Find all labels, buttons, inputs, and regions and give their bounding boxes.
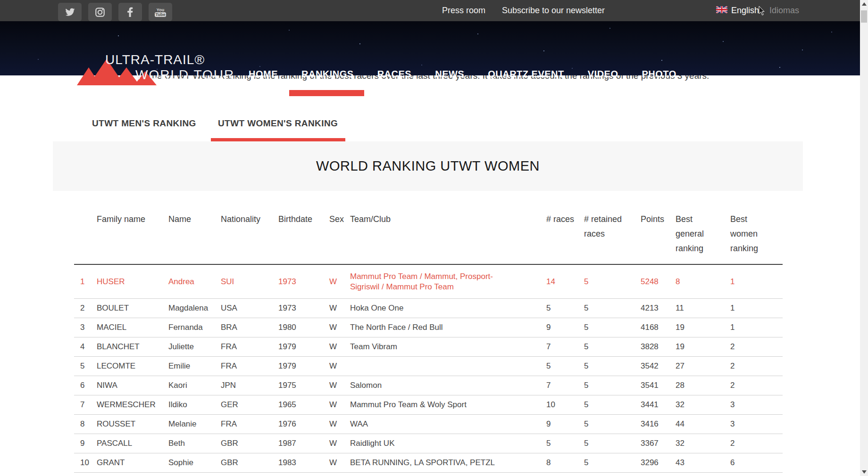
uk-flag-icon bbox=[716, 6, 727, 15]
press-room-link[interactable]: Press room bbox=[442, 6, 485, 16]
language-selector[interactable]: Idiomas bbox=[769, 6, 799, 16]
cell-best_general: 11 bbox=[676, 299, 730, 318]
table-row[interactable]: 5LECOMTEEmilieFRA1979W553542272 bbox=[74, 357, 783, 376]
nav-item-photo[interactable]: PHOTO bbox=[642, 69, 676, 80]
cell-points: 3541 bbox=[641, 376, 676, 395]
cell-name: Sophie bbox=[168, 453, 221, 473]
cell-family: MACIEL bbox=[97, 318, 168, 337]
cell-rank: 6 bbox=[74, 376, 97, 395]
cell-sex: W bbox=[329, 318, 350, 337]
nav-item-video[interactable]: VIDEO bbox=[588, 69, 618, 80]
cell-birth: 1980 bbox=[278, 318, 329, 337]
cell-best_women: 3 bbox=[730, 395, 783, 415]
table-row[interactable]: 8ROUSSETMelanieFRA1976WWAA953416443 bbox=[74, 415, 783, 434]
table-row[interactable]: 4BLANCHETJulietteFRA1979WTeam Vibram7538… bbox=[74, 337, 783, 357]
scrollbar[interactable] bbox=[860, 0, 868, 476]
topbar-newsletter-nav: Subscribe to our newsletter bbox=[502, 0, 605, 21]
cell-name: Fernanda bbox=[168, 318, 221, 337]
scrollbar-up-button[interactable] bbox=[860, 0, 868, 8]
header-family-name: Family name bbox=[97, 207, 168, 264]
cell-points: 3441 bbox=[641, 395, 676, 415]
scroll-down-icon bbox=[862, 470, 867, 474]
cell-races: 9 bbox=[546, 415, 584, 434]
cell-rank: 2 bbox=[74, 299, 97, 318]
cell-points: 3367 bbox=[641, 434, 676, 453]
cell-points: 4213 bbox=[641, 299, 676, 318]
header-nationality: Nationality bbox=[221, 207, 278, 264]
cell-retained: 5 bbox=[584, 299, 641, 318]
table-row[interactable]: 2BOULETMagdalenaUSA1973WHoka One One5542… bbox=[74, 299, 783, 318]
cell-sex: W bbox=[329, 357, 350, 376]
youtube-button[interactable]: You Tube bbox=[149, 3, 172, 21]
cell-races: 7 bbox=[546, 337, 584, 357]
language-current[interactable]: English bbox=[731, 6, 759, 16]
cell-rank: 5 bbox=[74, 357, 97, 376]
cell-races: 9 bbox=[546, 318, 584, 337]
page: The UTWT World Ranking is the ranking of… bbox=[0, 0, 868, 476]
cell-best_women: 1 bbox=[730, 299, 783, 318]
cell-retained: 5 bbox=[584, 318, 641, 337]
cell-sex: W bbox=[329, 376, 350, 395]
subscribe-newsletter-link[interactable]: Subscribe to our newsletter bbox=[502, 6, 605, 16]
nav-item-quartz-event[interactable]: QUARTZ EVENT bbox=[488, 69, 564, 80]
cell-retained: 5 bbox=[584, 395, 641, 415]
cell-best_women: 2 bbox=[730, 376, 783, 395]
nav-item-news[interactable]: NEWS bbox=[435, 69, 464, 80]
active-nav-underline bbox=[289, 90, 364, 96]
language-switcher: English Idiomas bbox=[716, 0, 799, 21]
table-row[interactable]: 7WERMESCHERIldikoGER1965WMammut Pro Team… bbox=[74, 395, 783, 415]
cell-nat: JPN bbox=[221, 376, 278, 395]
cell-points: 3416 bbox=[641, 415, 676, 434]
tab-womens-ranking[interactable]: UTWT WOMEN'S RANKING bbox=[218, 118, 338, 129]
cell-races: 5 bbox=[546, 434, 584, 453]
table-row[interactable]: 9PASCALLBethGBR1987WRaidlight UK55336732… bbox=[74, 434, 783, 453]
header-num-retained-races: # retained races bbox=[584, 207, 641, 264]
cell-retained: 5 bbox=[584, 376, 641, 395]
cell-points: 5248 bbox=[641, 264, 676, 299]
cell-races: 5 bbox=[546, 299, 584, 318]
cell-rank: 1 bbox=[74, 264, 97, 299]
topbar-secondary-nav: Press room bbox=[442, 0, 485, 21]
header-best-women-ranking: Best women ranking bbox=[730, 207, 783, 264]
tab-mens-ranking[interactable]: UTWT MEN'S RANKING bbox=[92, 118, 196, 129]
header-team-club: Team/Club bbox=[350, 207, 546, 264]
cell-points: 4168 bbox=[641, 318, 676, 337]
ranking-table: Family name Name Nationality Birthdate S… bbox=[74, 207, 783, 473]
scrollbar-down-button[interactable] bbox=[860, 468, 868, 476]
instagram-button[interactable] bbox=[88, 3, 112, 21]
youtube-icon: You Tube bbox=[155, 8, 167, 17]
scrollbar-thumb[interactable] bbox=[861, 10, 867, 23]
cell-best_general: 28 bbox=[676, 376, 730, 395]
table-row[interactable]: 3MACIELFernandaBRA1980WThe North Face / … bbox=[74, 318, 783, 337]
cell-name: Beth bbox=[168, 434, 221, 453]
cell-birth: 1975 bbox=[278, 376, 329, 395]
facebook-button[interactable] bbox=[118, 3, 142, 21]
utwt-logo[interactable]: ULTRA-TRAIL® WORLD TOUR bbox=[75, 54, 231, 85]
header-sex: Sex bbox=[329, 207, 350, 264]
table-row[interactable]: 10GRANTSophieGBR1983WBETA RUNNING, LA SP… bbox=[74, 453, 783, 473]
cell-retained: 5 bbox=[584, 415, 641, 434]
table-row[interactable]: 6NIWAKaoriJPN1975WSalomon753541282 bbox=[74, 376, 783, 395]
mouse-cursor bbox=[759, 6, 766, 18]
nav-item-home[interactable]: HOME bbox=[249, 69, 278, 80]
nav-item-rankings[interactable]: RANKINGS bbox=[301, 69, 354, 80]
cell-team bbox=[350, 357, 546, 376]
header-birthdate: Birthdate bbox=[278, 207, 329, 264]
cell-team: Hoka One One bbox=[350, 299, 546, 318]
cell-name: Juliette bbox=[168, 337, 221, 357]
topbar: You Tube Press room Subscribe to our new… bbox=[0, 0, 860, 21]
cell-best_general: 19 bbox=[676, 337, 730, 357]
cell-team: Salomon bbox=[350, 376, 546, 395]
cell-family: ROUSSET bbox=[97, 415, 168, 434]
table-row[interactable]: 1HUSERAndreaSUI1973WMammut Pro Team / Ma… bbox=[74, 264, 783, 299]
cell-best_women: 2 bbox=[730, 357, 783, 376]
cell-birth: 1979 bbox=[278, 337, 329, 357]
cell-name: Melanie bbox=[168, 415, 221, 434]
twitter-button[interactable] bbox=[58, 3, 82, 21]
starfield-decoration bbox=[0, 21, 1, 22]
nav-item-races[interactable]: RACES bbox=[377, 69, 412, 80]
nav-menu: HOME RANKINGS RACES NEWS QUARTZ EVENT VI… bbox=[249, 69, 676, 80]
header-rank bbox=[74, 207, 97, 264]
cell-best_general: 8 bbox=[676, 264, 730, 299]
cell-retained: 5 bbox=[584, 357, 641, 376]
